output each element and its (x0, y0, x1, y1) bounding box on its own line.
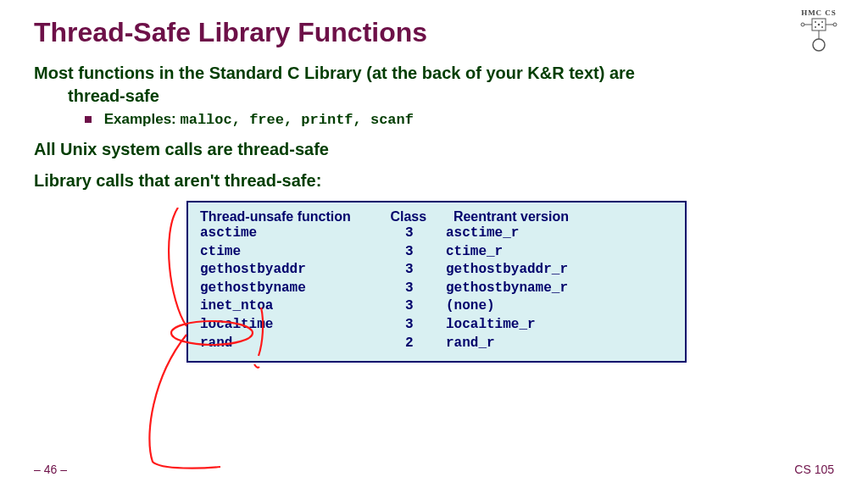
point-stdlib-line2: thread-safe (34, 86, 834, 106)
table-row: gethostbyname3gethostbyname_r (200, 280, 673, 298)
svg-point-2 (821, 21, 823, 23)
table-row: rand2rand_r (200, 335, 673, 353)
slide-footer: – 46 – CS 105 (34, 463, 834, 476)
col-header-reentrant: Reentrant version (453, 209, 623, 225)
course-label: CS 105 (794, 463, 834, 476)
svg-point-11 (813, 39, 825, 51)
examples-label: Examples: (104, 111, 176, 127)
svg-point-4 (821, 26, 823, 28)
table-header-row: Thread-unsafe function Class Reentrant v… (200, 209, 673, 225)
slide-title: Thread-Safe Library Functions (34, 17, 834, 48)
svg-point-9 (833, 23, 837, 26)
svg-point-3 (815, 26, 816, 28)
point-unsafe: Library calls that aren't thread-safe: (34, 171, 834, 191)
unsafe-functions-table: Thread-unsafe function Class Reentrant v… (186, 201, 687, 363)
table-row: gethostbyaddr3gethostbyaddr_r (200, 261, 673, 280)
table-row: inet_ntoa3(none) (200, 297, 673, 316)
svg-point-1 (815, 21, 816, 23)
point-unix: All Unix system calls are thread-safe (34, 140, 834, 159)
col-header-function: Thread-unsafe function (200, 209, 387, 225)
point-stdlib-line1: Most functions in the Standard C Library… (34, 64, 834, 83)
bullet-icon (85, 116, 92, 123)
examples-list: malloc, free, printf, scanf (181, 112, 414, 128)
svg-point-5 (818, 24, 821, 26)
page-number: – 46 – (34, 463, 67, 476)
svg-point-7 (801, 23, 804, 26)
col-header-class: Class (390, 209, 449, 225)
table-row: asctime3asctime_r (200, 225, 673, 243)
examples-line: Examples: malloc, free, printf, scanf (85, 111, 834, 128)
table-row: localtime3localtime_r (200, 316, 673, 335)
hmc-cs-logo: HMC CS (795, 8, 843, 56)
table-row: ctime3ctime_r (200, 243, 673, 262)
